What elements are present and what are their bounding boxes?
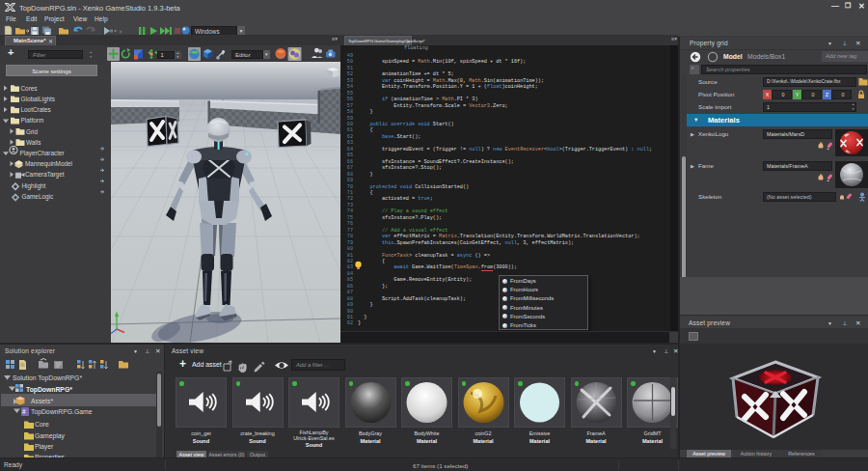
svg-text:Cores: Cores [21, 85, 38, 92]
svg-text:#: # [22, 408, 26, 415]
svg-text:GameLogic: GameLogic [22, 193, 54, 201]
svg-text:Highlight: Highlight [22, 182, 46, 190]
svg-text:Assets*: Assets* [31, 398, 53, 404]
svg-text:GlobalLights: GlobalLights [21, 96, 56, 103]
svg-text:Grid: Grid [26, 128, 39, 135]
svg-text:MannequinModel: MannequinModel [25, 160, 72, 168]
svg-text:Gameplay: Gameplay [35, 432, 66, 440]
svg-text:TopDownRPG*: TopDownRPG* [26, 386, 72, 394]
svg-text:Platform: Platform [21, 117, 44, 124]
svg-text:TopDownRPG.Game: TopDownRPG.Game [31, 408, 93, 416]
svg-text:PlayerCharacter: PlayerCharacter [20, 150, 66, 157]
svg-text:LootCrates: LootCrates [21, 106, 51, 113]
svg-text:Walls: Walls [26, 139, 41, 146]
svg-text:CameraTarget: CameraTarget [25, 171, 65, 179]
svg-text:Solution TopDownRPG*: Solution TopDownRPG* [13, 374, 82, 382]
svg-text:Player: Player [35, 443, 54, 451]
svg-text:Core: Core [35, 421, 49, 428]
